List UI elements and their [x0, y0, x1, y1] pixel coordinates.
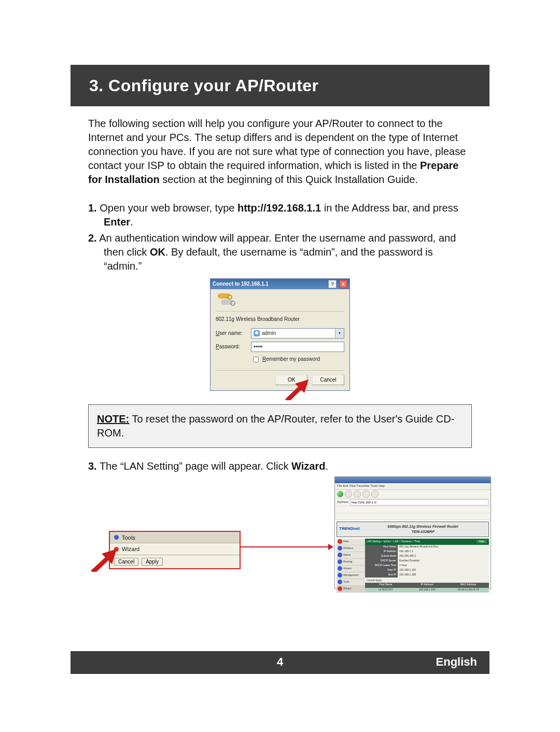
cancel-button[interactable]: Cancel — [312, 375, 344, 385]
section-header: 3. Configure your AP/Router — [71, 65, 489, 106]
router-nav: Main Wireless Status Routing Access Mana… — [337, 539, 365, 593]
svg-marker-0 — [285, 379, 309, 400]
username-input[interactable]: admin▾ — [251, 328, 344, 339]
intro-paragraph: The following section will help you conf… — [88, 117, 472, 187]
keys-icon — [216, 292, 236, 308]
auth-dialog-figure: Connect to 192.168.1.1 ? X 802.11g Wirel… — [210, 278, 350, 391]
section-title: 3. Configure your AP/Router — [71, 76, 319, 95]
nav-routing[interactable]: Routing — [337, 559, 365, 566]
nav-status[interactable]: Status — [337, 552, 365, 559]
router-name: 802.11g Wireless Broadband Router — [216, 316, 344, 323]
nav-wizard[interactable]: Wizard — [337, 586, 365, 593]
note-box: NOTE: To reset the password on the AP/Ro… — [88, 404, 472, 448]
panel-cancel-button[interactable]: Cancel — [114, 558, 138, 566]
dialog-title: Connect to 192.168.1.1 — [213, 280, 269, 288]
password-input[interactable]: ••••• — [251, 342, 344, 352]
red-arrow-icon — [283, 379, 309, 400]
remember-label: Remember my password — [262, 356, 320, 363]
red-arrow-icon — [88, 549, 117, 572]
back-icon[interactable] — [337, 491, 343, 497]
panel-apply-button[interactable]: Apply — [142, 558, 163, 566]
breadcrumb: LAN Setting > admin > LAN > Dynamic > Ti… — [365, 539, 489, 545]
username-label: User name: — [216, 330, 247, 337]
router-title: 54Mbps 802.11g Wireless Firewall RouterT… — [360, 524, 486, 534]
address-label: Address — [337, 500, 348, 504]
password-label: Password: — [216, 343, 247, 350]
chevron-down-icon[interactable]: ▾ — [335, 329, 344, 338]
browser-screenshot: File Edit View Favorites Tools Help Addr… — [334, 476, 491, 589]
close-icon[interactable]: X — [339, 280, 347, 288]
wizard-tab[interactable]: Wizard — [110, 543, 240, 555]
help-button[interactable]: Help — [476, 539, 487, 544]
nav-access[interactable]: Access — [337, 566, 365, 572]
browser-toolbar — [335, 490, 491, 499]
address-input[interactable] — [350, 499, 488, 505]
nav-tools[interactable]: Tools — [337, 579, 365, 586]
note-label: NOTE: — [97, 413, 129, 425]
wizard-panel: Tools Wizard Cancel Apply — [109, 531, 241, 570]
help-icon[interactable]: ? — [328, 280, 337, 288]
nav-management[interactable]: Management — [337, 572, 365, 579]
client-table-row: unTEST2VT192.168.1.10000-a0-cc-39-c5-79 — [365, 588, 489, 593]
brand-logo: TRENDnet — [339, 526, 360, 532]
client-table-header: Host NameIP AddressMAC Address — [365, 583, 489, 588]
tools-tab[interactable]: Tools — [110, 532, 240, 544]
stop-icon[interactable] — [354, 490, 361, 498]
home-icon[interactable] — [371, 490, 379, 498]
step-1: 1. Open your web browser, type http://19… — [88, 201, 472, 229]
browser-menubar: File Edit View Favorites Tools Help — [335, 483, 491, 490]
forward-icon[interactable] — [345, 490, 352, 498]
bullet-icon — [114, 535, 119, 540]
dialog-titlebar: Connect to 192.168.1.1 ? X — [211, 279, 349, 289]
address-bar: Address — [335, 499, 491, 506]
table-buttons: Cancel Apply — [365, 578, 489, 583]
language-label: English — [436, 655, 477, 669]
nav-main[interactable]: Main — [337, 539, 365, 545]
nav-wireless[interactable]: Wireless — [337, 545, 365, 552]
connector-arrow-icon — [240, 544, 333, 550]
refresh-icon[interactable] — [362, 490, 370, 498]
svg-marker-1 — [91, 549, 117, 572]
user-icon — [254, 330, 260, 336]
browser-titlebar — [335, 477, 491, 483]
svg-marker-3 — [328, 544, 333, 550]
remember-checkbox[interactable] — [253, 357, 259, 362]
step-2: 2. An authentication window will appear.… — [88, 231, 472, 273]
lan-info-table: Host Name802.11g Wireless Broadband Rou … — [365, 545, 489, 578]
step-3: 3. The “LAN Setting” page will appear. C… — [88, 459, 472, 473]
